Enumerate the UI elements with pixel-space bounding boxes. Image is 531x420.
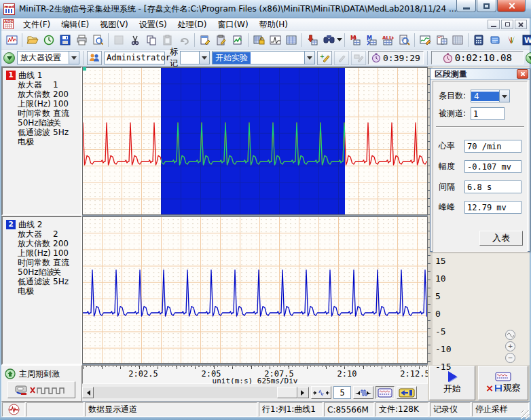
channel-1-settings-panel[interactable]: 1曲线 1 放大器1放大倍数200上限(Hz)100时间常数直流50Hz陷波关低… [1, 66, 82, 216]
experiment-toolbar: 放大器设置 Administrator 标记 开始实验 + 0:39:29 0:… [1, 50, 530, 66]
menu-item[interactable]: 编辑(E) [56, 18, 94, 31]
entries-dropdown[interactable]: 4 [471, 90, 510, 102]
save-icon[interactable] [57, 32, 73, 48]
search-doc-icon[interactable] [396, 32, 412, 48]
zoom-out-button[interactable]: − [505, 353, 515, 363]
experiment-dropdown[interactable]: 开始实验 [212, 51, 315, 64]
notes-icon[interactable] [487, 32, 503, 48]
collapse-settings-button[interactable] [3, 52, 15, 64]
undo-icon[interactable] [176, 32, 192, 48]
channel-1-waveform-chart[interactable] [82, 67, 428, 215]
resize-grip[interactable] [521, 410, 530, 419]
copy-icon[interactable] [143, 32, 160, 48]
operator-field[interactable]: Administrator [104, 52, 165, 64]
properties-icon[interactable] [197, 32, 213, 48]
channel-setting-row: 放大器2 [3, 229, 81, 239]
channel-2-waveform-chart[interactable] [82, 216, 428, 364]
measure-value-field[interactable]: 6.8 s [464, 180, 521, 193]
import-table-icon[interactable] [304, 32, 321, 48]
dialog-close-button[interactable] [517, 69, 528, 79]
menu-item[interactable]: 帮助(H) [254, 18, 293, 31]
measure-value-field[interactable]: 12.79 mv [464, 201, 521, 214]
collapse-panel-button[interactable] [526, 52, 531, 64]
floppy-icon [494, 384, 502, 392]
mdi-restore-button[interactable] [501, 20, 513, 29]
add-to-table-button[interactable]: 入表 [479, 231, 523, 246]
stimulator-button[interactable] [7, 381, 75, 398]
users-button[interactable] [87, 51, 102, 65]
data-lock-icon[interactable] [251, 32, 267, 48]
expand-up-icon[interactable] [5, 368, 16, 379]
timebase-value[interactable]: 5 [333, 386, 351, 399]
mdi-minimize-button[interactable] [488, 20, 500, 29]
app-icon: med [3, 3, 15, 15]
edit-note-button[interactable] [334, 51, 349, 65]
scrollbar-thumb[interactable] [277, 387, 297, 398]
cut-icon[interactable] [127, 32, 143, 48]
pulse-view-icon[interactable] [267, 32, 283, 48]
maximize-button[interactable] [477, 0, 496, 12]
dialog-separator [436, 126, 524, 128]
measure-result-row: 峰峰12.79 mv [439, 201, 521, 214]
chart-handle[interactable] [83, 67, 86, 71]
export-chart-icon[interactable] [230, 32, 246, 48]
report-doc-icon[interactable] [433, 32, 450, 48]
close-button[interactable] [497, 0, 526, 12]
zoom-in-button[interactable]: + [505, 341, 515, 351]
menu-item[interactable]: 处理(D) [172, 18, 213, 31]
measure-value-field[interactable]: -0.107 mv [464, 160, 521, 173]
stopwatch-icon [443, 53, 453, 63]
open-file-icon[interactable] [24, 32, 41, 48]
pens-icon[interactable] [503, 32, 519, 48]
menu-item[interactable]: 文件(F) [18, 18, 56, 31]
clipboard-edit-icon[interactable] [213, 32, 230, 48]
waveform-view-icon[interactable] [3, 32, 20, 48]
mark-table-all-icon[interactable]: ALL [380, 32, 396, 48]
amplifier-settings-dropdown[interactable]: 放大器设置 [17, 51, 79, 64]
table-grid-icon[interactable] [450, 32, 466, 48]
main-toolbar: M M ALL W [1, 31, 530, 50]
scroll-left-button[interactable] [82, 387, 94, 398]
history-icon[interactable] [41, 32, 57, 48]
channel-setting-row: 上限(Hz)100 [3, 248, 81, 258]
dialog-title-bar[interactable]: 区段测量 [431, 69, 530, 80]
measure-value-field[interactable]: 70 /min [464, 140, 521, 153]
status-disk-space: C:85566M [324, 402, 374, 417]
find-icon[interactable] [321, 32, 337, 48]
stimulus-panel: 主周期刺激 [1, 365, 82, 402]
delete-note-button[interactable] [351, 51, 366, 65]
chart-edit-icon[interactable] [417, 32, 433, 48]
stimulator-icon [14, 384, 69, 396]
menu-item[interactable]: 视图(V) [94, 18, 134, 31]
time-tick-label: 2:10 [337, 369, 357, 379]
menu-item[interactable]: 窗口(W) [212, 18, 253, 31]
blank-tool-icon[interactable] [111, 32, 127, 48]
paste-icon[interactable] [160, 32, 176, 48]
expand-timebase-button[interactable] [311, 386, 331, 399]
observe-button[interactable]: × 观察 [478, 366, 528, 400]
scroll-right-button[interactable] [297, 387, 309, 398]
mark-dropdown[interactable] [180, 51, 210, 64]
wave-scale-button[interactable] [505, 330, 515, 340]
minimize-button[interactable] [456, 0, 476, 12]
mdi-close-button[interactable] [515, 20, 527, 29]
print-preview-icon[interactable] [90, 32, 106, 48]
elapsed-timer-panel: 0:39:29 [368, 51, 424, 64]
mark-table-red-icon[interactable]: M [347, 32, 363, 48]
channel-2-settings-panel[interactable]: 2曲线 2 放大器2放大倍数200上限(Hz)100时间常数直流50Hz陷波关低… [1, 216, 82, 365]
menu-item[interactable]: 设置(S) [134, 18, 172, 31]
word-export-icon[interactable]: W [519, 32, 531, 48]
add-note-button[interactable]: + [317, 51, 332, 65]
recorder-view-button[interactable] [376, 386, 395, 399]
elapsed-time: 0:39:29 [383, 53, 420, 63]
data-table-icon[interactable] [283, 32, 299, 48]
measured-channel-field[interactable]: 1 [471, 107, 505, 120]
calculator-icon[interactable] [471, 32, 487, 48]
time-scrollbar-track[interactable] [94, 387, 297, 398]
compress-timebase-button[interactable] [353, 386, 373, 399]
find-dropdown-icon[interactable] [337, 33, 342, 47]
page-view-button[interactable] [397, 386, 417, 399]
y-axis-labels: 151050-5-10-15 [435, 252, 458, 376]
mark-table-blue-icon[interactable]: M [363, 32, 380, 48]
print-icon[interactable] [73, 32, 90, 48]
